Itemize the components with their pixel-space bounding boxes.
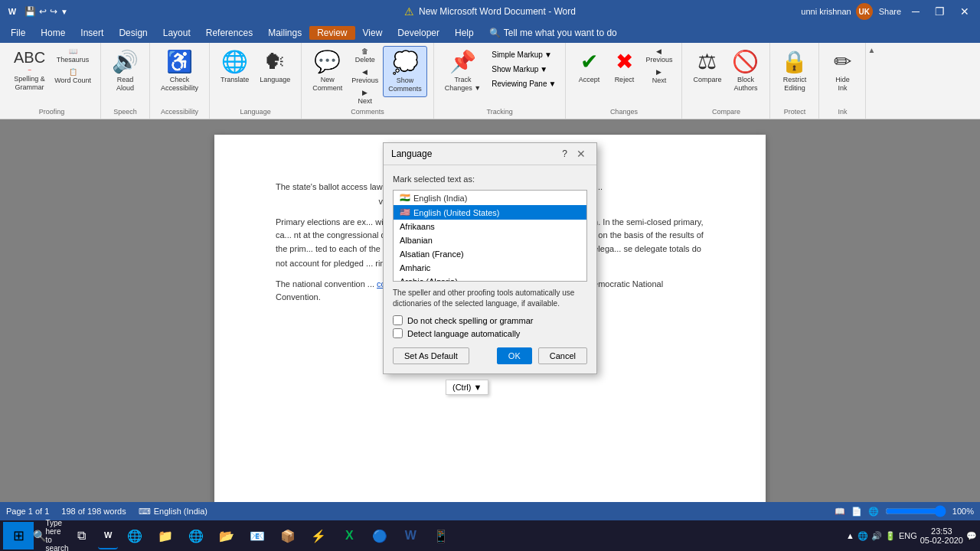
readaloud-button[interactable]: 🔊 ReadAloud bbox=[107, 46, 143, 96]
taskbar-mail-button[interactable]: 📧 bbox=[243, 522, 271, 549]
taskbar-files-button[interactable]: 📂 bbox=[213, 522, 240, 549]
menu-insert[interactable]: Insert bbox=[73, 26, 111, 40]
eng-indicator[interactable]: ENG bbox=[899, 531, 917, 540]
previous-change-button[interactable]: ◀ Previous bbox=[642, 46, 675, 65]
reject-button[interactable]: ✖ Reject bbox=[607, 46, 641, 87]
search-icon: 🔍 bbox=[489, 28, 501, 38]
view-print-button[interactable]: 📄 bbox=[851, 507, 862, 517]
show-markup-button[interactable]: Show Markup ▼ bbox=[488, 64, 559, 75]
new-comment-button[interactable]: 💬 NewComment bbox=[308, 46, 347, 96]
taskbar-search-button[interactable]: 🔍 Type here to search bbox=[37, 522, 64, 549]
language-text-status: English (India) bbox=[154, 507, 207, 516]
cancel-button[interactable]: Cancel bbox=[538, 347, 587, 364]
redo-button[interactable]: ↪ bbox=[50, 6, 57, 17]
dialog-checkbox-detect[interactable]: Detect language automatically bbox=[393, 328, 587, 338]
thesaurus-button[interactable]: 📖 Thesaurus bbox=[51, 46, 94, 65]
lang-item-amharic[interactable]: Amharic bbox=[394, 261, 586, 275]
menu-developer[interactable]: Developer bbox=[390, 26, 447, 40]
menu-file[interactable]: File bbox=[3, 26, 33, 40]
previous-comment-button[interactable]: ◀ Previous bbox=[348, 67, 381, 86]
undo-button[interactable]: ↩ bbox=[39, 6, 47, 17]
wordcount-button[interactable]: 📋 Word Count bbox=[51, 67, 94, 86]
share-button[interactable]: Share bbox=[879, 7, 901, 16]
zoom-slider[interactable] bbox=[885, 505, 946, 517]
dialog-checkbox-spelling[interactable]: Do not check spelling or grammar bbox=[393, 315, 587, 325]
next-label: Next bbox=[358, 97, 373, 105]
status-bar: Page 1 of 1 198 of 198 words ⌨ English (… bbox=[0, 502, 980, 520]
lang-item-alsatian[interactable]: Alsatian (France) bbox=[394, 247, 586, 261]
set-as-default-button[interactable]: Set As Default bbox=[393, 347, 469, 364]
lang-item-english-us[interactable]: 🇺🇸 English (United States) bbox=[394, 205, 586, 220]
showcomments-icon: 💭 bbox=[392, 50, 419, 75]
newcomment-label: NewComment bbox=[312, 76, 342, 93]
menu-review[interactable]: Review bbox=[309, 26, 354, 40]
view-web-button[interactable]: 🌐 bbox=[868, 507, 879, 517]
menu-search[interactable]: 🔍 Tell me what you want to do bbox=[482, 26, 625, 40]
menu-view[interactable]: View bbox=[355, 26, 390, 40]
ribbon-collapse[interactable]: ▲ bbox=[866, 43, 877, 119]
taskbar-expand-button[interactable]: ▲ bbox=[846, 531, 854, 540]
minimize-button[interactable]: ─ bbox=[907, 5, 924, 18]
taskbar-word-app[interactable]: W bbox=[98, 522, 118, 549]
next-change-button[interactable]: ▶ Next bbox=[642, 67, 675, 86]
task-view-button[interactable]: ⧉ bbox=[67, 522, 95, 549]
language-group-label: Language bbox=[240, 106, 271, 116]
check-accessibility-button[interactable]: ♿ CheckAccessibility bbox=[156, 46, 203, 96]
translate-button[interactable]: 🌐 Translate bbox=[216, 46, 253, 87]
explorer-icon: 📁 bbox=[158, 529, 173, 543]
restrict-editing-button[interactable]: 🔒 RestrictEditing bbox=[776, 46, 812, 96]
taskbar-phone-button[interactable]: 📱 bbox=[427, 522, 455, 549]
taskbar-explorer-button[interactable]: 📁 bbox=[152, 522, 179, 549]
menu-layout[interactable]: Layout bbox=[155, 26, 198, 40]
menu-mailings[interactable]: Mailings bbox=[260, 26, 309, 40]
taskbar-excel-button[interactable]: X bbox=[335, 522, 363, 549]
taskbar-chrome2-button[interactable]: 🔵 bbox=[366, 522, 394, 549]
customize-button[interactable]: ▼ bbox=[60, 8, 68, 16]
language-icon-status: ⌨ bbox=[139, 507, 151, 517]
lang-item-afrikaans[interactable]: Afrikaans bbox=[394, 220, 586, 233]
delete-comment-button[interactable]: 🗑 Delete bbox=[348, 46, 381, 65]
save-button[interactable]: 💾 bbox=[24, 6, 36, 17]
clock-time: 23:53 bbox=[920, 527, 963, 536]
lang-item-english-india[interactable]: 🇮🇳 English (India) bbox=[394, 191, 586, 205]
start-button[interactable]: ⊞ bbox=[3, 522, 34, 549]
language-list[interactable]: 🇮🇳 English (India) 🇺🇸 English (United St… bbox=[393, 190, 587, 282]
hide-ink-button[interactable]: ✏ HideInk bbox=[825, 46, 859, 96]
reviewing-pane-button[interactable]: Reviewing Pane ▼ bbox=[488, 78, 559, 90]
taskbar-ie-button[interactable]: 🌐 bbox=[182, 522, 210, 549]
show-comments-button[interactable]: 💭 ShowComments bbox=[383, 46, 427, 97]
checkbox-detect-input[interactable] bbox=[393, 328, 403, 338]
close-button[interactable]: ✕ bbox=[956, 5, 974, 18]
lang-item-albanian[interactable]: Albanian bbox=[394, 233, 586, 247]
taskbar-chrome-button[interactable]: 🌐 bbox=[121, 522, 149, 549]
restore-button[interactable]: ❐ bbox=[930, 5, 949, 18]
menu-design[interactable]: Design bbox=[111, 26, 155, 40]
block-authors-button[interactable]: 🚫 BlockAuthors bbox=[727, 46, 763, 96]
menu-help[interactable]: Help bbox=[447, 26, 482, 40]
menu-home[interactable]: Home bbox=[33, 26, 73, 40]
ok-button[interactable]: OK bbox=[497, 347, 532, 364]
track-changes-button[interactable]: 📌 TrackChanges ▼ bbox=[440, 46, 485, 96]
accessibility-group-label: Accessibility bbox=[161, 106, 198, 116]
taskbar-dropbox-button[interactable]: 📦 bbox=[274, 522, 302, 549]
menu-references[interactable]: References bbox=[198, 26, 260, 40]
ink-buttons: ✏ HideInk bbox=[825, 46, 859, 106]
protect-buttons: 🔒 RestrictEditing bbox=[776, 46, 812, 106]
dialog-close-button[interactable]: ✕ bbox=[573, 148, 589, 160]
next-comment-button[interactable]: ▶ Next bbox=[348, 87, 381, 106]
proofing-small-buttons: 📖 Thesaurus 📋 Word Count bbox=[51, 46, 94, 86]
language-button[interactable]: 🗣 Language bbox=[255, 46, 295, 87]
spelling-grammar-button[interactable]: ABC ~ Spelling &Grammar bbox=[9, 46, 50, 95]
compare-icon: ⚖ bbox=[697, 49, 717, 74]
dialog-help-button[interactable]: ? bbox=[562, 148, 567, 159]
notification-button[interactable]: 💬 bbox=[966, 531, 977, 541]
taskbar-app7-button[interactable]: ⚡ bbox=[305, 522, 332, 549]
checkbox-spelling-input[interactable] bbox=[393, 315, 403, 325]
simple-markup-button[interactable]: Simple Markup ▼ bbox=[488, 49, 559, 60]
ctrl-popup[interactable]: (Ctrl) ▼ bbox=[446, 380, 488, 395]
accept-button[interactable]: ✔ Accept bbox=[572, 46, 606, 87]
taskbar-word2-button[interactable]: W bbox=[397, 522, 424, 549]
view-read-button[interactable]: 📖 bbox=[835, 507, 845, 517]
compare-button[interactable]: ⚖ Compare bbox=[688, 46, 726, 87]
lang-item-arabic-algeria[interactable]: Arabic (Algeria) bbox=[394, 275, 586, 282]
